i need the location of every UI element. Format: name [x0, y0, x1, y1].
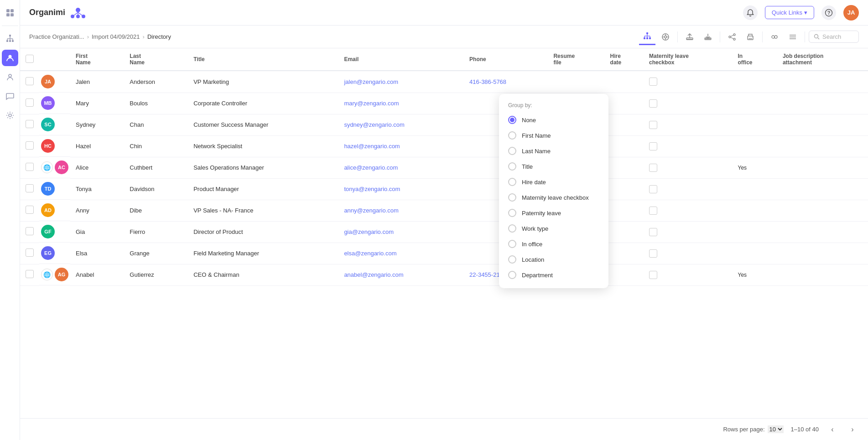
svg-rect-27 [646, 37, 648, 39]
table-row: AD Anny Dibe VP Sales - NA- France anny@… [20, 200, 868, 221]
brand-icon [69, 6, 87, 19]
group-by-option-hire-date[interactable]: Hire date [499, 174, 608, 190]
person-avatar-7: GF [41, 225, 55, 238]
cell-email-2[interactable]: sydney@zengario.com [344, 121, 404, 128]
cell-maternity-7[interactable] [649, 228, 657, 236]
table-row: EG Elsa Grange Field Marketing Manager e… [20, 243, 868, 264]
breadcrumb-item-2[interactable]: Import 04/09/2021 [92, 33, 140, 40]
rows-per-page-label: Rows per page: [723, 426, 764, 433]
cell-email-5[interactable]: tonya@zengario.com [344, 186, 400, 192]
subnav-divider-4 [805, 31, 805, 42]
svg-rect-3 [10, 13, 14, 16]
radio-10 [508, 271, 516, 279]
row-checkbox-4[interactable] [26, 163, 34, 171]
cell-maternity-6[interactable] [649, 207, 657, 215]
rows-per-page-select[interactable]: 10 25 50 [768, 425, 784, 433]
user-avatar[interactable]: JA [843, 5, 859, 21]
cell-last-name-5: Davidson [124, 178, 188, 200]
radio-7 [508, 224, 516, 233]
option-label-6: Paternity leave [522, 210, 561, 217]
col-maternity: Maternity leavecheckbox [644, 48, 732, 71]
org-chart-view-btn[interactable] [639, 29, 655, 45]
rows-per-page-control: Rows per page: 10 25 50 [723, 425, 783, 433]
cell-email-6[interactable]: anny@zengario.com [344, 207, 398, 214]
cell-in-office-3 [733, 135, 777, 157]
cell-hire-2 [605, 114, 644, 135]
share-btn[interactable] [724, 29, 740, 45]
cell-email-7[interactable]: gia@zengario.com [344, 228, 394, 235]
row-checkbox-6[interactable] [26, 206, 34, 214]
svg-point-16 [76, 8, 80, 12]
row-checkbox-2[interactable] [26, 120, 34, 128]
cell-maternity-2[interactable] [649, 121, 657, 129]
cell-maternity-4[interactable] [649, 164, 657, 172]
group-by-option-department[interactable]: Department [499, 267, 608, 283]
cell-maternity-0[interactable] [649, 78, 657, 86]
upload-btn[interactable] [681, 29, 698, 45]
cell-maternity-9[interactable] [649, 271, 657, 279]
group-by-option-in-office[interactable]: In office [499, 236, 608, 252]
cell-in-office-5 [733, 178, 777, 200]
cell-email-0[interactable]: jalen@zengario.com [344, 78, 398, 85]
svg-text:?: ? [827, 10, 831, 16]
cell-email-9[interactable]: anabel@zengario.com [344, 271, 403, 278]
cell-maternity-8[interactable] [649, 249, 657, 258]
col-hire-date: Hiredate [605, 48, 644, 71]
next-page-button[interactable]: › [846, 423, 859, 436]
sidebar-org-icon[interactable] [2, 31, 18, 47]
quick-links-button[interactable]: Quick Links ▾ [765, 6, 814, 19]
search-box[interactable]: Search [809, 31, 859, 43]
notification-bell-icon[interactable] [743, 5, 758, 20]
sidebar-grid-icon[interactable] [2, 5, 18, 21]
row-checkbox-0[interactable] [26, 77, 34, 85]
group-by-option-last-name[interactable]: Last Name [499, 143, 608, 159]
list-view-btn[interactable] [785, 29, 801, 45]
group-by-option-first-name[interactable]: First Name [499, 128, 608, 143]
group-by-option-none[interactable]: None [499, 112, 608, 128]
group-by-option-location[interactable]: Location [499, 252, 608, 267]
group-by-option-title[interactable]: Title [499, 159, 608, 174]
cell-email-4[interactable]: alice@zengario.com [344, 164, 398, 171]
group-by-option-maternity-leave-checkbox[interactable]: Maternity leave checkbox [499, 190, 608, 205]
row-checkbox-8[interactable] [26, 248, 34, 257]
svg-point-43 [729, 36, 731, 38]
cell-email-8[interactable]: elsa@zengario.com [344, 250, 396, 257]
cell-email-3[interactable]: hazel@zengario.com [344, 143, 400, 150]
cell-phone-0[interactable]: 416-386-5768 [469, 78, 506, 85]
breadcrumb-item-3: Directory [147, 33, 171, 40]
sidebar-people-icon[interactable] [2, 50, 18, 66]
sidebar-settings-icon[interactable] [2, 107, 18, 124]
cell-email-1[interactable]: mary@zengario.com [344, 100, 399, 107]
radio-0 [508, 116, 516, 124]
person-avatar-8: EG [41, 246, 55, 260]
person-avatar-3: HC [41, 139, 55, 153]
row-checkbox-5[interactable] [26, 184, 34, 192]
row-checkbox-7[interactable] [26, 227, 34, 235]
prev-page-button[interactable]: ‹ [826, 423, 839, 436]
row-checkbox-1[interactable] [26, 98, 34, 107]
download-btn[interactable] [700, 29, 716, 45]
breadcrumb-item-1[interactable]: Practice Organizati... [29, 33, 84, 40]
cell-hire-3 [605, 135, 644, 157]
help-icon[interactable]: ? [821, 5, 836, 20]
cell-maternity-3[interactable] [649, 142, 657, 150]
group-by-option-work-type[interactable]: Work type [499, 221, 608, 236]
select-all-checkbox[interactable] [26, 55, 34, 63]
cell-maternity-5[interactable] [649, 185, 657, 193]
table-row: GF Gia Fierro Director of Product gia@ze… [20, 221, 868, 243]
secondary-view-btn[interactable] [657, 29, 674, 45]
person-avatar-9: AG [55, 268, 68, 281]
print-btn[interactable] [742, 29, 759, 45]
group-btn[interactable] [766, 29, 783, 45]
svg-rect-5 [6, 40, 8, 42]
cell-hire-5 [605, 178, 644, 200]
group-by-option-paternity-leave[interactable]: Paternity leave [499, 205, 608, 221]
radio-8 [508, 240, 516, 248]
row-checkbox-3[interactable] [26, 141, 34, 150]
sidebar-chat-icon[interactable] [2, 88, 18, 104]
sidebar-person-icon[interactable] [2, 69, 18, 85]
cell-maternity-1[interactable] [649, 99, 657, 108]
row-checkbox-9[interactable] [26, 270, 34, 278]
radio-2 [508, 147, 516, 155]
brand-logo[interactable]: Organimi [29, 6, 87, 19]
